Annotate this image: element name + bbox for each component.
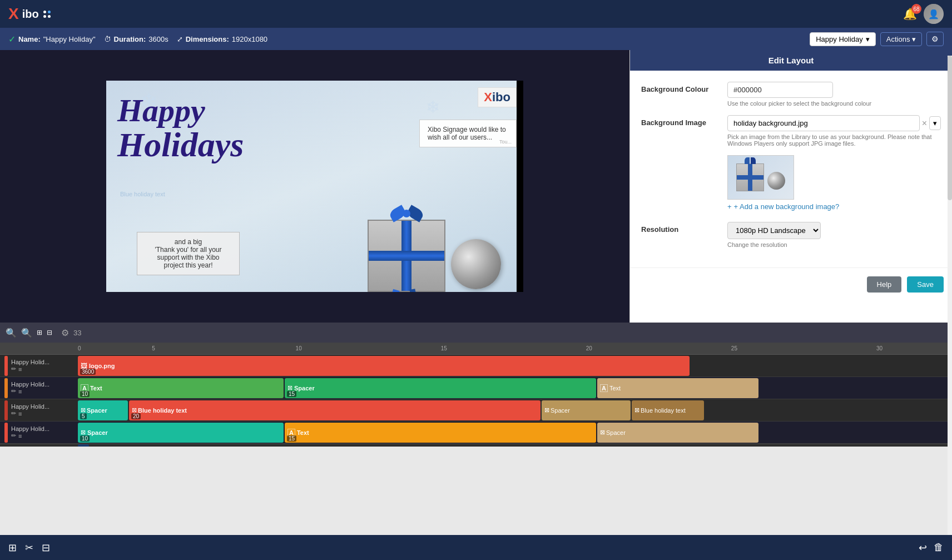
toolbar: ✓ Name: "Happy Holiday" ⏱ Duration: 3600…	[0, 28, 952, 50]
bell-container[interactable]: 🔔 68	[903, 7, 917, 21]
block-label: Blue holiday text	[138, 407, 187, 414]
timeline-block[interactable]: ⊠ Spacer 10	[78, 423, 284, 443]
image-clear-button[interactable]: ×	[922, 118, 927, 128]
timeline-block[interactable]: 🖼 logo.png 3600	[78, 356, 690, 376]
ruler-mark-10: 10	[226, 345, 371, 351]
name-indicator: ✓ Name: "Happy Holiday"	[8, 34, 96, 44]
zoom-in-button[interactable]: 🔍	[6, 328, 17, 338]
row-edit-button[interactable]: ✏	[11, 365, 16, 373]
avatar[interactable]: 👤	[924, 4, 944, 24]
timeline-row: Happy Holid... ✏ ≡ 🖼 logo.png 3600	[0, 355, 952, 377]
block-label: Text	[90, 385, 102, 391]
block-label: logo.png	[89, 363, 115, 369]
bg-image-input[interactable]	[727, 115, 920, 131]
xibo-popup: Xibo Signage would like to wish all of o…	[419, 120, 517, 147]
nav-right: 🔔 68 👤	[903, 4, 944, 24]
logo-ibo: ibo	[22, 8, 39, 21]
filter-icon: ⚙	[61, 328, 69, 338]
timeline-block[interactable]: ⊠ Blue holiday text 20	[129, 400, 541, 420]
resolution-label: Resolution	[641, 222, 719, 234]
logo-dot	[48, 15, 51, 18]
bg-image-hint: Pick an image from the Library to use as…	[727, 133, 941, 147]
row-label: Happy Holid... ✏ ≡	[0, 400, 78, 420]
duration-label: Duration:	[114, 35, 146, 43]
timeline-section: 🔍 🔍 ⊞ ⊟ ⚙ 33 0 5 10 15 20 25 30 Happy Ho…	[0, 323, 952, 447]
row-icons: ✏ ≡	[11, 388, 73, 395]
bg-image-label: Background Image	[641, 115, 719, 127]
logo-dot	[48, 11, 51, 13]
bg-preview-area: + + Add a new background image?	[727, 155, 941, 214]
bg-colour-label: Background Colour	[641, 82, 719, 93]
timeline-block[interactable]: A Text	[597, 378, 758, 398]
bg-colour-hint: Use the colour picker to select the back…	[727, 100, 941, 107]
filter-count: 33	[73, 329, 81, 337]
gear-button[interactable]: ⚙	[926, 32, 944, 46]
row-menu-button[interactable]: ≡	[18, 365, 22, 373]
row-content: ⊠ Spacer 5 ⊠ Blue holiday text 20 ⊠ Spac…	[78, 399, 952, 421]
timeline-block[interactable]: A Text 10	[78, 378, 284, 398]
holiday-canvas[interactable]: ❄ ❄ ❄ Happy Holidays Blue holiday text X…	[106, 81, 523, 292]
block-duration: 3600	[80, 369, 96, 375]
bg-colour-input[interactable]	[727, 82, 833, 98]
row-edit-button[interactable]: ✏	[11, 410, 16, 417]
zoom-reset-button[interactable]: ⊟	[47, 329, 52, 336]
logo[interactable]: X ibo	[8, 5, 51, 23]
resolution-group: Resolution 1080p HD Landscape Change the…	[641, 222, 941, 248]
canvas-area: ❄ ❄ ❄ Happy Holidays Blue holiday text X…	[0, 50, 629, 323]
thank-you-box: and a big'Thank you' for all yoursupport…	[137, 232, 240, 275]
xibo-logo-rest: ibo	[492, 90, 510, 104]
spacer-type-icon: ⊠	[600, 429, 605, 436]
timeline-block[interactable]: ⊠ Spacer	[542, 400, 631, 420]
scrollbar-thumb[interactable]	[948, 56, 952, 200]
row-label: Happy Holid... ✏ ≡	[0, 356, 78, 376]
logo-dot	[43, 11, 46, 13]
notification-badge: 68	[911, 4, 921, 14]
gear-icon: ⚙	[931, 34, 939, 43]
row-icons: ✏ ≡	[11, 432, 73, 439]
plus-icon: +	[727, 202, 732, 211]
timeline-block[interactable]: ⊠ Spacer	[597, 423, 758, 443]
timeline-row: Happy Holid... ✏ ≡ ⊠ Spacer 10 A Text	[0, 422, 952, 444]
row-menu-button[interactable]: ≡	[18, 410, 22, 417]
block-duration: 20	[131, 413, 141, 419]
timeline-row: Happy Holid... ✏ ≡ A Text 10 ⊠ Spacer	[0, 377, 952, 399]
timeline-scrollbar-thumb[interactable]	[78, 444, 89, 447]
clock-icon: ⏱	[104, 35, 111, 43]
image-dropdown-button[interactable]: ▾	[929, 116, 941, 130]
bg-colour-group: Background Colour Use the colour picker …	[641, 82, 941, 107]
resolution-select[interactable]: 1080p HD Landscape	[727, 222, 821, 239]
zoom-out-button[interactable]: 🔍	[21, 328, 32, 338]
timeline-block[interactable]: ⊠ Spacer 15	[285, 378, 596, 398]
row-edit-button[interactable]: ✏	[11, 388, 16, 395]
row-info: Happy Holid... ✏ ≡	[11, 359, 73, 373]
toolbar-right: Happy Holiday ▾ Actions ▾ ⚙	[810, 32, 944, 46]
row-menu-button[interactable]: ≡	[18, 388, 22, 395]
timeline-block[interactable]: A Text 15	[285, 423, 596, 443]
timeline-block[interactable]: ⊠ Blue holiday text	[632, 400, 704, 420]
holiday-heading: Happy Holidays	[117, 95, 244, 163]
name-value: "Happy Holiday"	[43, 35, 96, 43]
bg-image-input-area: × ▾ Pick an image from the Library to us…	[727, 115, 941, 147]
add-bg-button[interactable]: + + Add a new background image?	[727, 200, 839, 214]
block-name: Text	[609, 385, 621, 391]
ruler-marks: 0 5 10 15 20 25 30	[78, 345, 952, 351]
row-edit-button[interactable]: ✏	[11, 432, 16, 439]
row-info: Happy Holid... ✏ ≡	[11, 425, 73, 439]
bg-image-group: Background Image × ▾ Pick an image from …	[641, 115, 941, 147]
timeline-block[interactable]: ⊠ Spacer 5	[78, 400, 128, 420]
row-label: Happy Holid... ✏ ≡	[0, 378, 78, 398]
help-button[interactable]: Help	[867, 276, 902, 293]
resize-icon: ⤢	[177, 35, 183, 43]
layout-dropdown[interactable]: Happy Holiday ▾	[810, 32, 876, 46]
save-button[interactable]: Save	[907, 276, 944, 293]
block-duration: 10	[80, 391, 90, 397]
block-label: Spacer	[294, 385, 315, 391]
text-type-icon: ⊠	[634, 407, 639, 414]
actions-button[interactable]: Actions ▾	[880, 32, 922, 46]
block-label: Spacer	[87, 407, 107, 414]
edit-panel-body: Background Colour Use the colour picker …	[630, 71, 952, 267]
zoom-fit-button[interactable]: ⊞	[37, 329, 42, 336]
scrollbar-track[interactable]	[948, 56, 952, 323]
row-menu-button[interactable]: ≡	[18, 432, 22, 439]
check-icon: ✓	[8, 34, 16, 44]
